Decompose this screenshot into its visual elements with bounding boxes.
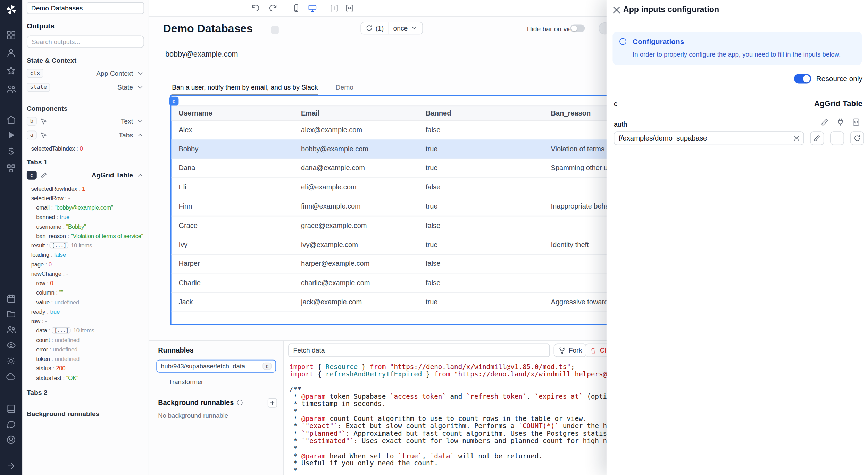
chevron-down-icon[interactable]	[136, 117, 144, 125]
runs-play-icon[interactable]	[6, 130, 16, 140]
component-id-badge[interactable]: state	[27, 83, 50, 92]
resources-boxes-icon[interactable]	[6, 163, 16, 173]
table-row[interactable]: Ivyivy@example.comtrueIdentity theft	[172, 235, 671, 254]
table-header-cell[interactable]: Email	[294, 109, 418, 117]
redo-icon[interactable]	[268, 3, 277, 13]
tab-ban-user[interactable]: Ban a user, notify them by email, and us…	[172, 79, 318, 95]
refresh-resource-button[interactable]	[850, 131, 864, 145]
home-icon[interactable]	[6, 114, 16, 125]
output-tree-row[interactable]: status:200	[27, 363, 144, 372]
output-tree-row[interactable]: column:""	[27, 288, 144, 297]
runnable-item[interactable]: hub/943/supabase/fetch_datac	[156, 360, 276, 373]
context-row-state[interactable]: stateState	[27, 82, 144, 92]
schedules-calendar-icon[interactable]	[6, 294, 16, 304]
docs-book-icon[interactable]	[6, 404, 16, 414]
refresh-count-button[interactable]: (1)	[361, 22, 388, 34]
app-settings-chip[interactable]	[271, 26, 278, 34]
component-id-badge[interactable]: a	[27, 131, 37, 140]
audit-eye-icon[interactable]	[6, 340, 16, 350]
folders-icon[interactable]	[6, 309, 16, 319]
runnable-name-input[interactable]	[288, 343, 550, 357]
output-tree-row[interactable]: banned:true	[27, 212, 144, 221]
output-tree-row[interactable]: row:0	[27, 278, 144, 287]
star-icon[interactable]	[6, 66, 16, 76]
output-tree-row[interactable]: selectedRow:-	[27, 193, 144, 202]
output-tree-row[interactable]: count:undefined	[27, 335, 144, 344]
add-resource-button[interactable]	[830, 131, 844, 145]
table-header-cell[interactable]: Username	[172, 109, 294, 117]
table-row[interactable]: Finnfinn@example.comtrueInappropriate be…	[172, 197, 671, 216]
variables-dollar-icon[interactable]	[6, 146, 16, 156]
chevron-up-icon[interactable]	[136, 131, 144, 139]
array-pill[interactable]: [...]	[52, 327, 71, 333]
output-tree-row[interactable]: loading:false	[27, 250, 144, 259]
undo-icon[interactable]	[251, 3, 260, 13]
phone-icon[interactable]	[292, 3, 301, 13]
component-id-chip[interactable]: c	[169, 97, 178, 106]
monitor-icon[interactable]	[308, 3, 317, 13]
team-icon[interactable]	[6, 84, 16, 94]
table-row[interactable]: Elieli@example.comfalse	[172, 178, 671, 197]
edit-resource-button[interactable]	[810, 131, 824, 145]
edit-inline-icon[interactable]	[821, 118, 829, 126]
text-component[interactable]: bobby@example.com	[165, 50, 238, 58]
component-fill-icon[interactable]	[345, 3, 354, 13]
component-id-badge[interactable]: c	[27, 171, 37, 180]
output-tree-row[interactable]: ban_reason:"Violation of terms of servic…	[27, 231, 144, 240]
component-row-a[interactable]: aTabs	[27, 130, 144, 140]
plug-icon[interactable]	[836, 118, 845, 126]
output-tree-row[interactable]: email:"bobby@example.com"	[27, 202, 144, 212]
resource-only-toggle[interactable]	[794, 74, 811, 83]
component-anchor-icon[interactable]	[329, 3, 339, 13]
fork-button[interactable]: Fork	[554, 343, 587, 357]
table-header-cell[interactable]: Banned	[418, 109, 544, 117]
chevron-down-icon[interactable]	[136, 83, 144, 91]
output-tree-row[interactable]: data:[...]10 items	[27, 325, 144, 334]
interval-dropdown[interactable]: once	[388, 22, 422, 34]
discord-chat-icon[interactable]	[6, 419, 16, 429]
table-row[interactable]: Gracegrace@example.comfalse	[172, 216, 671, 235]
expand-sidebar-icon[interactable]	[6, 461, 16, 471]
apps-grid-icon[interactable]	[6, 30, 16, 40]
table-row[interactable]: Alexalex@example.comfalse	[172, 121, 671, 140]
output-tree-row[interactable]: selectedTabIndex:0	[27, 143, 144, 153]
windmill-logo-icon[interactable]	[6, 4, 17, 16]
output-tree-row[interactable]: page:0	[27, 259, 144, 269]
context-row-ctx[interactable]: ctxApp Context	[27, 68, 144, 78]
groups-icon[interactable]	[6, 325, 16, 335]
hide-bar-toggle[interactable]	[570, 25, 585, 32]
runnable-item[interactable]: Transformer	[164, 375, 276, 388]
workers-cloud-icon[interactable]	[6, 372, 16, 382]
output-tree-row[interactable]: selectedRowIndex:1	[27, 184, 144, 193]
output-tree-row[interactable]: token:undefined	[27, 354, 144, 363]
table-row[interactable]: Charliecharlie@example.comfalse	[172, 274, 671, 293]
clear-input-icon[interactable]	[793, 135, 800, 142]
component-id-badge[interactable]: ctx	[27, 69, 43, 78]
chevron-down-icon[interactable]	[136, 69, 144, 77]
output-tree-row[interactable]: newChange:-	[27, 269, 144, 278]
aggrid-table-component[interactable]: c UsernameEmailBannedBan_reason Alexalex…	[170, 95, 672, 325]
table-row[interactable]: Jackjack@example.comtrueAggressive towar…	[172, 293, 671, 312]
output-tree-row[interactable]: statusText:"OK"	[27, 373, 144, 382]
component-row-c[interactable]: cAgGrid Table	[27, 170, 144, 180]
output-tree-row[interactable]: error:undefined	[27, 344, 144, 354]
resource-path-input[interactable]	[614, 131, 804, 145]
output-tree-row[interactable]: value:undefined	[27, 297, 144, 306]
tab-demo[interactable]: Demo	[335, 79, 354, 95]
settings-gear-icon[interactable]	[6, 356, 16, 366]
app-name-input[interactable]	[27, 2, 144, 14]
table-row[interactable]: Harperharper@example.comfalse	[172, 255, 671, 274]
tabs2-heading[interactable]: Tabs 2	[27, 389, 144, 396]
background-runnables-heading[interactable]: Background runnables	[27, 410, 144, 417]
output-tree-row[interactable]: ready:true	[27, 306, 144, 316]
output-tree-row[interactable]: result:[...]10 items	[27, 240, 144, 249]
output-tree-row[interactable]: raw:-	[27, 316, 144, 325]
table-row[interactable]: Bobbybobby@example.comtrueViolation of t…	[172, 140, 671, 159]
close-drawer-icon[interactable]	[611, 5, 621, 15]
array-pill[interactable]: [...]	[50, 241, 69, 248]
component-id-badge[interactable]: b	[27, 117, 37, 126]
output-tree-row[interactable]: username:"Bobby"	[27, 221, 144, 231]
chevron-up-icon[interactable]	[136, 171, 144, 179]
user-icon[interactable]	[6, 48, 16, 58]
add-background-runnable-button[interactable]	[268, 398, 277, 407]
